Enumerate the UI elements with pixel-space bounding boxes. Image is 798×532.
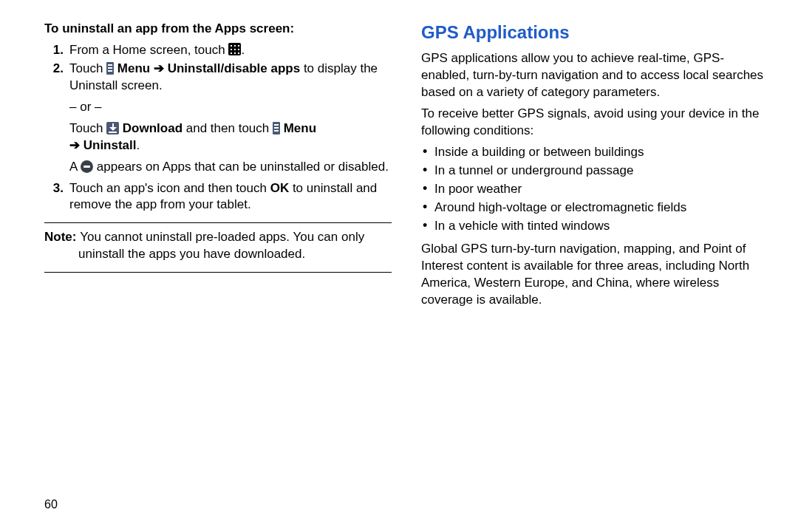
step-2-text-d: and then touch: [183, 121, 273, 135]
step-2-text-e: .: [137, 138, 140, 152]
step-2-body: Touch Menu ➔ Uninstall/disable apps to d…: [69, 61, 392, 176]
step-2-number: 2.: [44, 61, 69, 176]
menu-icon: [273, 122, 280, 134]
step-1-text-a: From a Home screen, touch: [69, 43, 228, 57]
step-2-result: A appears on Apps that can be uninstalle…: [69, 159, 392, 176]
step-2: 2. Touch Menu ➔ Uninstall/disable apps t…: [44, 61, 392, 176]
list-item: Inside a building or between buildings: [421, 144, 768, 161]
gps-bullets: Inside a building or between buildings I…: [421, 144, 768, 235]
list-item: In poor weather: [421, 181, 768, 198]
left-column: To uninstall an app from the Apps screen…: [44, 21, 392, 517]
note-rule-top: [44, 222, 392, 223]
step-2-alt: Touch Download and then touch Menu ➔ Uni…: [69, 120, 392, 154]
minus-circle-icon: [81, 160, 93, 173]
step-3-number: 3.: [44, 180, 69, 214]
step-1-body: From a Home screen, touch .: [69, 42, 392, 59]
download-icon: [106, 122, 119, 134]
step-2-text-c: Touch: [69, 121, 106, 135]
step-3-text-a: Touch an app's icon and then touch: [69, 181, 270, 195]
note-label: Note:: [44, 230, 80, 244]
arrow-icon: ➔: [69, 138, 83, 152]
gps-para-3: Global GPS turn-by-turn navigation, mapp…: [421, 241, 768, 309]
step-2-menu-2: Menu: [280, 121, 316, 135]
step-2-text-f1: A: [69, 160, 81, 174]
arrow-icon: ➔: [154, 61, 168, 75]
note-line-2: uninstall the apps you have downloaded.: [44, 246, 392, 263]
page-number: 60: [44, 497, 58, 513]
step-2-text-a: Touch: [69, 61, 106, 75]
step-2-or: – or –: [69, 99, 392, 116]
step-3-body: Touch an app's icon and then touch OK to…: [69, 180, 392, 214]
step-1-number: 1.: [44, 42, 69, 59]
gps-para-2: To receive better GPS signals, avoid usi…: [421, 106, 768, 140]
gps-section-title: GPS Applications: [421, 21, 768, 44]
uninstall-subhead: To uninstall an app from the Apps screen…: [44, 21, 392, 38]
note: Note: You cannot uninstall pre-loaded ap…: [44, 229, 392, 263]
menu-icon: [106, 62, 114, 75]
list-item: In a vehicle with tinted windows: [421, 218, 768, 235]
step-2-text-f2: appears on Apps that can be uninstalled …: [93, 160, 389, 174]
step-1-text-b: .: [241, 43, 245, 57]
right-column: GPS Applications GPS applications allow …: [421, 21, 768, 517]
note-line-1: You cannot uninstall pre-loaded apps. Yo…: [80, 230, 364, 244]
step-1: 1. From a Home screen, touch .: [44, 42, 392, 59]
step-2-uninstall: Uninstall: [83, 138, 137, 152]
list-item: In a tunnel or underground passage: [421, 163, 768, 180]
apps-grid-icon: [228, 43, 241, 55]
step-3-ok: OK: [270, 181, 290, 195]
step-2-download: Download: [119, 121, 183, 135]
step-2-menu: Menu: [114, 61, 154, 75]
manual-page: To uninstall an app from the Apps screen…: [0, 0, 798, 532]
list-item: Around high-voltage or electromagnetic f…: [421, 200, 768, 216]
gps-para-1: GPS applications allow you to achieve re…: [421, 50, 768, 101]
step-3: 3. Touch an app's icon and then touch OK…: [44, 180, 392, 214]
note-rule-bottom: [44, 272, 392, 273]
step-2-uninstall-disable: Uninstall/disable apps: [168, 61, 301, 75]
